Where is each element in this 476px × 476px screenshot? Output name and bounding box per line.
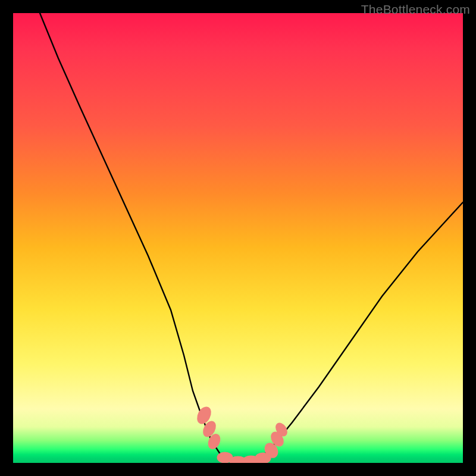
fit-region-markers [195, 405, 288, 463]
bottleneck-curve [40, 13, 463, 463]
curve-layer [13, 13, 463, 463]
watermark-text: TheBottleneck.com [361, 2, 470, 17]
plot-area [13, 13, 463, 463]
chart-frame: TheBottleneck.com [0, 0, 476, 476]
